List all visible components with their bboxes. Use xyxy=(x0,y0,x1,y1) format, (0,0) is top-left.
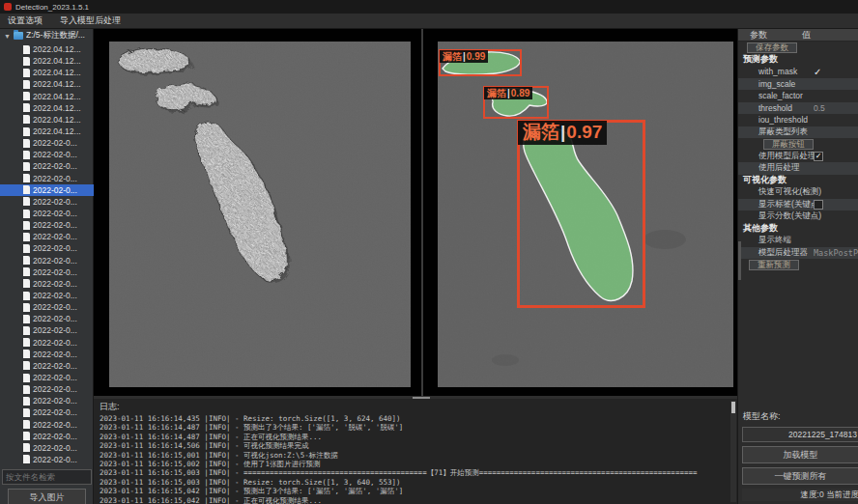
menu-item-import-postprocess[interactable]: 导入模型后处理 xyxy=(60,14,121,27)
param-row[interactable]: 使用后处理 xyxy=(738,162,858,175)
detection-box-3 xyxy=(517,120,645,308)
tree-item[interactable]: 2022-02-0... xyxy=(0,301,94,313)
param-button[interactable]: 重新预测 xyxy=(749,260,799,270)
tree-item[interactable]: 2022-02-0... xyxy=(0,372,94,383)
tree-item[interactable]: 2022-02-0... xyxy=(0,149,94,160)
tree-item[interactable]: 2022-02-0... xyxy=(0,442,94,454)
file-tree-list: 2022.04.12...2022.04.12...2022.04.12...2… xyxy=(0,43,94,468)
param-row[interactable]: threshold0.5 xyxy=(738,102,858,115)
tree-item[interactable]: 2022-02-0... xyxy=(0,196,94,208)
tree-item[interactable]: 2022-02-0... xyxy=(0,160,94,172)
param-row[interactable]: with_mask✓ xyxy=(738,66,858,78)
load-model-button[interactable]: 加载模型 xyxy=(742,446,858,463)
tree-item[interactable]: 2022-02-0... xyxy=(0,231,94,242)
log-panel: 日志: 2023-01-11 16:16:14,435 |INFO| - Res… xyxy=(94,399,737,504)
detection-label-2: 漏箔|0.89 xyxy=(484,87,532,99)
model-name-label: 模型名称: xyxy=(738,410,858,423)
tree-item[interactable]: 2022-02-0... xyxy=(0,184,94,196)
tree-item[interactable]: 2022-02-0... xyxy=(0,395,94,406)
tree-item[interactable]: 2022.04.12... xyxy=(0,114,94,126)
tree-item[interactable]: 2022.04.12... xyxy=(0,55,94,67)
checkbox-icon[interactable]: ✓ xyxy=(814,152,823,161)
tree-item[interactable]: 2022.04.12... xyxy=(0,126,94,137)
tree-item[interactable]: 2022.04.12... xyxy=(0,67,94,78)
tree-item-label: 2022.04.12... xyxy=(33,44,81,54)
tree-item[interactable]: 2022-02-0... xyxy=(0,313,94,324)
log-line: 2023-01-11 16:16:14,487 |INFO| - 正在可视化预测… xyxy=(100,433,737,441)
check-icon[interactable]: ✓ xyxy=(814,67,821,77)
tree-item[interactable]: 2022-02-0... xyxy=(0,278,94,290)
tree-item-label: 2022-02-0... xyxy=(33,256,77,266)
tree-item[interactable]: 2022-02-0... xyxy=(0,454,94,465)
param-value[interactable]: MaskPostPro xyxy=(814,248,858,258)
tree-item[interactable]: 2022-02-0... xyxy=(0,431,94,442)
log-line: 2023-01-11 16:16:14,506 |INFO| - 可视化预测结果… xyxy=(100,441,737,450)
import-image-button[interactable]: 导入图片 xyxy=(8,489,86,504)
tree-item[interactable]: 2022-02-0... xyxy=(0,419,94,431)
params-scrollbar[interactable] xyxy=(738,241,741,280)
tree-item[interactable]: 2022-02-0... xyxy=(0,406,94,418)
param-group-header: 其他参数 xyxy=(738,223,858,236)
raw-image-canvas[interactable] xyxy=(109,42,411,387)
log-line: 2023-01-11 16:16:15,002 |INFO| - 使用了1张图片… xyxy=(100,460,737,468)
tree-item[interactable]: 2022-02-0... xyxy=(0,324,94,336)
tree-item[interactable]: 2022-02-0... xyxy=(0,137,94,149)
tree-root-node[interactable]: ▼ Z:/5-标注数据/... xyxy=(0,29,93,42)
param-group-label: 可视化参数 xyxy=(738,174,786,186)
checkbox-icon[interactable] xyxy=(814,200,823,210)
file-icon xyxy=(23,385,30,394)
tree-item-label: 2022.04.12... xyxy=(33,103,81,113)
param-row[interactable]: 屏蔽类型列表 xyxy=(738,126,858,139)
param-row[interactable]: scale_factor xyxy=(738,90,858,102)
tree-item[interactable]: 2022-02-0... xyxy=(0,173,94,184)
tree-item[interactable]: 2022-02-0... xyxy=(0,383,94,395)
param-row[interactable]: 显示分数(关键点) xyxy=(738,210,858,223)
tree-item[interactable]: 2022-02-0... xyxy=(0,266,94,278)
param-row[interactable]: 使用模型后处理✓ xyxy=(738,151,858,163)
tree-item[interactable]: 2022.04.12... xyxy=(0,91,94,102)
model-name-field[interactable]: 20221225_174813 xyxy=(742,427,858,442)
tree-item[interactable]: 2022.04.12... xyxy=(0,43,94,55)
file-icon xyxy=(23,455,30,463)
menu-item-settings[interactable]: 设置选项 xyxy=(8,14,43,27)
tree-item[interactable]: 2022-02-0... xyxy=(0,290,94,301)
file-icon xyxy=(23,57,30,66)
chevron-down-icon[interactable]: ▼ xyxy=(4,33,11,40)
log-line: 2023-01-11 16:16:14,487 |INFO| - 预测出了3个结… xyxy=(100,423,737,432)
tree-item[interactable]: 2022.04.12... xyxy=(0,78,94,90)
tree-item[interactable]: 2022-02-0... xyxy=(0,349,94,360)
file-icon xyxy=(23,210,30,218)
param-label: iou_threshold xyxy=(738,115,808,125)
tree-item[interactable]: 2022-02-0... xyxy=(0,219,94,231)
param-button[interactable]: 屏蔽按钮 xyxy=(763,139,814,150)
tree-item[interactable]: 2022-02-0... xyxy=(0,337,94,349)
param-row[interactable]: img_scale xyxy=(738,78,858,91)
predict-all-button[interactable]: 一键预测所有 xyxy=(742,467,858,485)
param-row[interactable]: 显示标签(关键点) xyxy=(738,199,858,211)
file-icon xyxy=(23,279,30,288)
log-scrollbar[interactable] xyxy=(730,401,736,502)
param-row[interactable]: iou_threshold xyxy=(738,114,858,126)
param-value[interactable]: 0.5 xyxy=(814,103,825,113)
tree-item-label: 2022-02-0... xyxy=(33,407,77,417)
tree-item[interactable]: 2022-02-0... xyxy=(0,360,94,372)
tree-item[interactable]: 2022.04.12... xyxy=(0,102,94,114)
prediction-image-canvas[interactable]: 漏箔|0.99 漏箔|0.89 漏箔|0.97 xyxy=(438,42,733,387)
param-row[interactable]: 显示终端 xyxy=(738,235,858,247)
param-row[interactable]: 模型后处理器MaskPostPro xyxy=(738,247,858,260)
param-label: 使用模型后处理 xyxy=(738,151,816,162)
log-scrollbar-thumb[interactable] xyxy=(731,402,735,413)
viewer-divider[interactable] xyxy=(421,29,423,397)
file-icon xyxy=(23,92,30,100)
search-input[interactable] xyxy=(2,469,92,485)
param-button[interactable]: 保存参数 xyxy=(747,42,797,53)
tree-item[interactable]: 2022-02-0... xyxy=(0,242,94,254)
raw-image-content xyxy=(109,42,411,387)
param-label: 显示终端 xyxy=(738,235,791,246)
param-row[interactable]: 快速可视化(检测) xyxy=(738,186,858,199)
file-icon xyxy=(23,443,30,452)
tree-item-label: 2022-02-0... xyxy=(33,325,77,335)
tree-item[interactable]: 2022-02-0... xyxy=(0,255,94,266)
tree-root-label: Z:/5-标注数据/... xyxy=(26,30,85,42)
tree-item[interactable]: 2022-02-0... xyxy=(0,208,94,219)
